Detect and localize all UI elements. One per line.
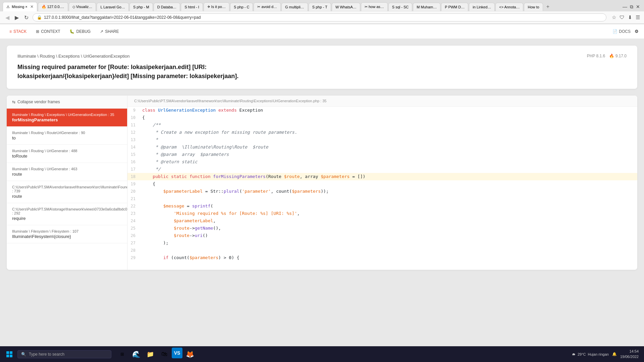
code-line-20: 20 $parameterLabel = Str::plural('parame…: [127, 188, 637, 195]
tab-20-title: How to: [528, 5, 539, 9]
stack-frame-0[interactable]: Illuminate \ Routing \ Exceptions \ UrlG…: [7, 109, 127, 127]
exception-namespace: Illuminate \ Routing \ Exceptions \ UrlG…: [17, 54, 130, 59]
stack-frame-3-method: route: [12, 172, 122, 177]
shield-icon[interactable]: 🛡: [620, 14, 625, 20]
stack-frame-6-method: Illuminate\Filesystem\{closure}: [12, 234, 122, 239]
close-icon[interactable]: ✕: [636, 4, 640, 9]
code-line-24: 24 $parameterLabel,: [127, 217, 637, 225]
tab-3[interactable]: ◇ Visualiz…: [69, 2, 96, 11]
stack-frame-2-class: Illuminate \ Routing \ UrlGenerator : 48…: [12, 149, 122, 153]
exception-header: Illuminate \ Routing \ Exceptions \ UrlG…: [17, 54, 627, 63]
tab-15[interactable]: S sql - SC: [388, 3, 413, 11]
code-line-14: 14 * @param \Illuminate\Routing\Route $r…: [127, 143, 637, 151]
code-line-11: 11 /**: [127, 121, 637, 129]
download-icon[interactable]: ⬇: [628, 14, 632, 20]
share-button[interactable]: ↗ SHARE: [96, 27, 123, 36]
collapse-icon: ⇆: [12, 100, 15, 104]
url-text[interactable]: 127.0.0.1:8000/lihat_data?tanggaldari=20…: [44, 15, 602, 20]
back-button[interactable]: ◀: [4, 14, 11, 21]
tab-20[interactable]: How to: [524, 3, 543, 11]
tab-16[interactable]: M Muham…: [413, 3, 440, 11]
code-line-29: 29 if (count($parameters) > 0) {: [127, 254, 637, 261]
tab-active[interactable]: ⚠ Missing × ✕: [3, 2, 37, 11]
stack-panel: ⇆ Collapse vendor frames Illuminate \ Ro…: [7, 96, 127, 270]
minimize-icon[interactable]: —: [623, 4, 627, 9]
tab-title: Missing ×: [12, 5, 28, 9]
tab-14[interactable]: ✂ how as…: [361, 2, 388, 11]
tab-12[interactable]: S php - T: [309, 3, 331, 11]
settings-icon[interactable]: ⚙: [635, 29, 639, 34]
code-line-22: 22 $message = sprintf(: [127, 202, 637, 210]
tab-2[interactable]: 🔥 127.0.0.…: [38, 2, 68, 11]
stack-frame-4-method: route: [12, 194, 122, 199]
new-tab-button[interactable]: +: [544, 2, 552, 11]
tab-favicon: ⚠: [6, 5, 10, 9]
nav-bar: ◀ ▶ ↻ 🔒 127.0.0.1:8000/lihat_data?tangga…: [0, 11, 644, 24]
address-bar[interactable]: 🔒 127.0.0.1:8000/lihat_data?tanggaldari=…: [33, 13, 606, 21]
lock-icon: 🔒: [37, 15, 42, 20]
tab-7[interactable]: S html - l: [181, 3, 203, 11]
debug-button[interactable]: 🐛 DEBUG: [65, 27, 95, 36]
menu-icon[interactable]: ☰: [636, 14, 640, 20]
tab-8[interactable]: ✈ Is it po…: [204, 2, 229, 11]
restore-icon[interactable]: ⧉: [630, 4, 633, 10]
tab-9[interactable]: S php - C: [230, 3, 253, 11]
stack-frame-6-class: Illuminate \ Filesystem \ Filesystem : 1…: [12, 229, 122, 233]
stack-frame-2[interactable]: Illuminate \ Routing \ UrlGenerator : 48…: [7, 145, 127, 163]
code-line-28: 28: [127, 247, 637, 254]
stack-frame-6[interactable]: Illuminate \ Filesystem \ Filesystem : 1…: [7, 225, 127, 243]
toolbar-right: 📄 DOCS ⚙: [612, 29, 639, 34]
code-line-21: 21: [127, 195, 637, 202]
refresh-button[interactable]: ↻: [23, 14, 30, 21]
code-line-13: 13 *: [127, 136, 637, 143]
stack-frame-5[interactable]: C:\Users\Public\PT.SMA\storage\framework…: [7, 203, 127, 225]
php-version: PHP 8.1.6: [587, 54, 605, 58]
tab-4[interactable]: L Laravel Go…: [97, 3, 129, 11]
docs-button[interactable]: 📄 DOCS: [612, 29, 631, 34]
ignition-version: 🔥 9.17.0: [609, 54, 627, 58]
tab-13[interactable]: W WhatsA…: [332, 3, 360, 11]
code-line-9: 9 class UrlGenerationException extends E…: [127, 107, 637, 114]
tab-19[interactable]: <> Annota…: [495, 3, 523, 11]
stack-frame-4-class: C:\Users\Public\PT.SMA\vendor\laravel\fr…: [12, 185, 122, 193]
code-panel: C:\Users\Public\PT.SMA\vendor\laravel\fr…: [127, 96, 637, 270]
code-line-18: 18 public static function forMissingPara…: [127, 173, 637, 180]
forward-button[interactable]: ▶: [13, 14, 20, 21]
stack-frame-1-method: to: [12, 135, 122, 140]
tab-17[interactable]: P PWM D…: [441, 3, 468, 11]
error-card: Illuminate \ Routing \ Exceptions \ UrlG…: [7, 46, 637, 89]
code-line-25: 25 $route->getName(),: [127, 225, 637, 232]
bookmark-icon[interactable]: ☆: [612, 14, 616, 20]
tab-actions: — ⧉ ✕: [623, 4, 641, 10]
code-line-16: 16 * @return static: [127, 158, 637, 166]
code-line-10: 10 {: [127, 114, 637, 121]
stack-frame-5-class: C:\Users\Public\PT.SMA\storage\framework…: [12, 207, 122, 215]
code-line-17: 17 */: [127, 166, 637, 173]
tab-6[interactable]: D Databa…: [154, 3, 180, 11]
code-line-15: 15 * @param array $parameters: [127, 151, 637, 158]
ignition-toolbar: ≡ STACK ⊞ CONTEXT 🐛 DEBUG ↗ SHARE 📄 DOCS…: [0, 24, 644, 39]
code-line-12: 12 * Create a new exception for missing …: [127, 129, 637, 136]
browser-chrome: ⚠ Missing × ✕ 🔥 127.0.0.… ◇ Visualiz… L …: [0, 0, 644, 24]
stack-frame-0-class: Illuminate \ Routing \ Exceptions \ UrlG…: [12, 113, 122, 117]
tab-10[interactable]: ✂ avoid d…: [254, 2, 281, 11]
stack-section: ⇆ Collapse vendor frames Illuminate \ Ro…: [7, 96, 637, 270]
exception-path: Illuminate \ Routing \ Exceptions \ UrlG…: [17, 54, 130, 59]
tab-5[interactable]: S php - M: [129, 3, 153, 11]
context-icon: ⊞: [36, 29, 39, 34]
stack-icon: ≡: [9, 29, 12, 34]
collapse-vendor-button[interactable]: ⇆ Collapse vendor frames: [7, 96, 127, 109]
tab-close[interactable]: ✕: [30, 4, 34, 9]
tab-11[interactable]: G multipli…: [281, 3, 308, 11]
error-message: Missing required parameter for [Route: l…: [17, 63, 319, 81]
stack-frame-4[interactable]: C:\Users\Public\PT.SMA\vendor\laravel\fr…: [7, 181, 127, 203]
toolbar-left: ≡ STACK ⊞ CONTEXT 🐛 DEBUG ↗ SHARE: [5, 27, 123, 36]
stack-button[interactable]: ≡ STACK: [5, 27, 31, 36]
context-button[interactable]: ⊞ CONTEXT: [32, 27, 64, 36]
stack-frame-1[interactable]: Illuminate \ Routing \ RouteUrlGenerator…: [7, 127, 127, 145]
stack-frame-1-class: Illuminate \ Routing \ RouteUrlGenerator…: [12, 131, 122, 135]
stack-frame-2-method: toRoute: [12, 154, 122, 159]
docs-icon: 📄: [612, 29, 618, 34]
tab-18[interactable]: in Linked…: [469, 3, 495, 11]
stack-frame-3[interactable]: Illuminate \ Routing \ UrlGenerator : 46…: [7, 163, 127, 181]
